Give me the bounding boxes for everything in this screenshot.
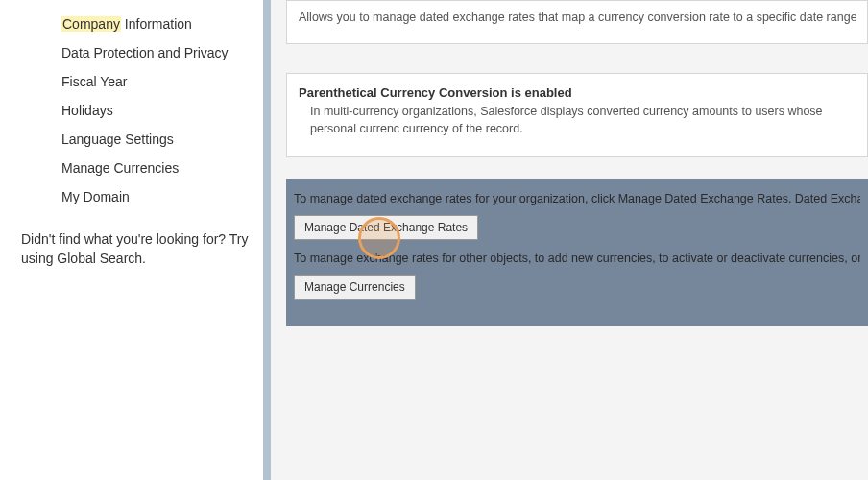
nav-label: Data Protection and Privacy [61, 45, 229, 60]
manage-dated-exchange-rates-button[interactable]: Manage Dated Exchange Rates [294, 215, 478, 240]
nav-label: Holidays [61, 103, 113, 118]
info-box-2-text: In multi-currency organizations, Salesfo… [299, 104, 856, 137]
info-box-1-text: Allows you to manage dated exchange rate… [299, 11, 856, 24]
nav-label: Language Settings [61, 132, 174, 147]
main-content: Allows you to manage dated exchange rate… [271, 0, 868, 480]
info-box-2-title: Parenthetical Currency Conversion is ena… [299, 85, 856, 100]
nav-label: My Domain [61, 189, 130, 204]
nav-label-rest: Information [121, 16, 192, 32]
nav-label: Fiscal Year [61, 74, 127, 89]
info-box-dated-rates: Allows you to manage dated exchange rate… [286, 0, 868, 44]
info-box-parenthetical: Parenthetical Currency Conversion is ena… [286, 73, 868, 157]
action-text-1: To manage dated exchange rates for your … [294, 192, 860, 205]
action-text-2: To manage exchange rates for other objec… [294, 252, 860, 265]
nav-label-highlight: Company [61, 16, 121, 32]
manage-currencies-button[interactable]: Manage Currencies [294, 275, 416, 300]
nav-language-settings[interactable]: Language Settings [19, 125, 263, 154]
nav-manage-currencies[interactable]: Manage Currencies [19, 154, 263, 182]
action-panel: To manage dated exchange rates for your … [286, 179, 868, 326]
sidebar: Company Information Data Protection and … [0, 0, 263, 480]
sidebar-divider [263, 0, 271, 480]
nav-fiscal-year[interactable]: Fiscal Year [19, 67, 263, 96]
nav-holidays[interactable]: Holidays [19, 96, 263, 125]
nav-label: Manage Currencies [61, 160, 179, 176]
nav-my-domain[interactable]: My Domain [19, 182, 263, 211]
nav-data-protection[interactable]: Data Protection and Privacy [19, 38, 263, 67]
nav-company-information[interactable]: Company Information [19, 10, 263, 38]
sidebar-help-text: Didn't find what you're looking for? Try… [19, 211, 263, 268]
